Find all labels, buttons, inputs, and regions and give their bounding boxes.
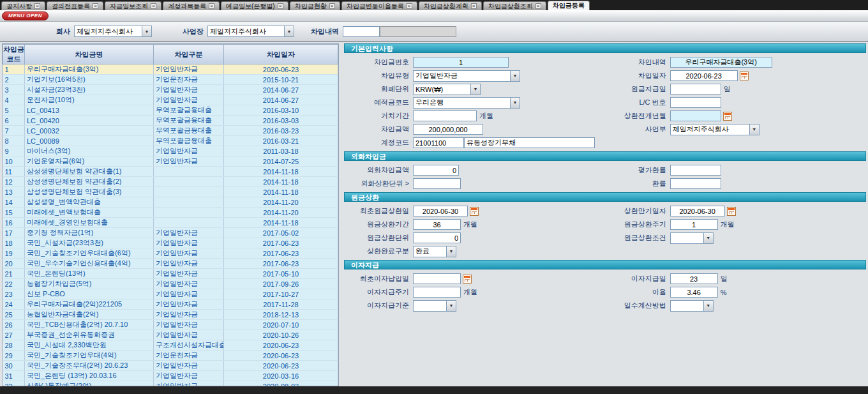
table-row[interactable]: 22농협장기차입금(5억)기업일반자금2017-09-26 xyxy=(3,279,338,289)
tab-차입금상환계획[interactable]: 차입금상환계획× xyxy=(419,1,482,10)
interest-basis-select[interactable]: ▼ xyxy=(413,300,456,312)
rollover-date-input[interactable] xyxy=(670,110,721,121)
close-icon[interactable]: × xyxy=(278,3,283,9)
table-row[interactable]: 10기업운영자금(6억)기업일반자금2014-07-25 xyxy=(3,156,338,167)
fc-unit-input[interactable] xyxy=(413,178,461,189)
loan-number-input[interactable] xyxy=(413,57,509,68)
calendar-icon[interactable] xyxy=(727,207,736,216)
interest-cycle-input[interactable] xyxy=(413,287,461,298)
calendar-icon[interactable] xyxy=(463,275,472,284)
table-row[interactable]: 29국민_기술창조기업우대(4억)기업운전자금2020-06-23 xyxy=(3,351,338,361)
table-row[interactable]: 23신보 P-CBO기업일반자금2017-10-27 xyxy=(3,289,338,299)
table-row[interactable]: 12삼성생명단체보험 약관대출(2)2014-11-18 xyxy=(3,177,338,187)
loan-desc-filter-input2[interactable] xyxy=(380,26,456,37)
lc-number-input[interactable] xyxy=(670,97,721,108)
tab-label: 차입금변동이율등록 xyxy=(347,2,404,11)
loan-amount-input[interactable] xyxy=(413,124,483,135)
close-icon[interactable]: × xyxy=(34,3,40,9)
currency-select[interactable]: KRW(₩) ▼ xyxy=(413,84,481,95)
daycount-select[interactable]: ▼ xyxy=(670,300,714,312)
first-interest-date-input[interactable] xyxy=(413,273,461,284)
calendar-icon[interactable] xyxy=(740,72,749,80)
table-row[interactable]: 4운전자금(10억)기업일반자금2014-06-27 xyxy=(3,95,338,105)
account-name-input[interactable] xyxy=(464,137,595,148)
table-row[interactable]: 9마이너스(3억)기업일반자금2011-03-18 xyxy=(3,146,338,156)
table-row[interactable]: 3시설자금(23억3천)기업일반자금2014-06-27 xyxy=(3,85,338,95)
table-row[interactable]: 30국민_기술창조우대(2억) 20.6.23기업일반자금2020-06-23 xyxy=(3,361,338,371)
table-row[interactable]: 24우리구매자금대출(2억)221205기업일반자금2017-11-28 xyxy=(3,299,338,310)
loan-type-select[interactable]: 기업일반자금 ▼ xyxy=(413,70,520,82)
fc-amount-input[interactable] xyxy=(413,165,459,176)
field-loan-date: 차입일자 xyxy=(595,69,866,82)
eval-rate-input[interactable] xyxy=(670,165,721,176)
close-icon[interactable]: × xyxy=(535,3,541,9)
tab-공지사항[interactable]: 공지사항× xyxy=(1,1,45,10)
principal-payday-input[interactable] xyxy=(670,84,721,95)
table-row[interactable]: 7LC_00032무역포괄금융대출2016-03-23 xyxy=(3,126,338,136)
table-row[interactable]: 18국민_시설자금(23억3천)기업일반자금2017-06-23 xyxy=(3,238,338,248)
tab-자금일보조회[interactable]: 자금일보조회× xyxy=(105,1,161,10)
repay-complete-select[interactable]: 완료 ▼ xyxy=(413,246,456,257)
table-row[interactable]: 28국민_시설대 2,330백만원구조개선시설자금대출2020-06-23 xyxy=(3,340,338,351)
table-row[interactable]: 6LC_00420무역포괄금융대출2016-03-03 xyxy=(3,116,338,126)
table-row[interactable]: 14삼성생명_변액약관대출2014-11-20 xyxy=(3,197,338,208)
tab-차입금변동이율등록[interactable]: 차입금변동이율등록× xyxy=(341,1,417,10)
tab-차입금등록[interactable]: 차입금등록 xyxy=(548,1,590,10)
close-icon[interactable]: × xyxy=(93,3,98,9)
principal-cycle-input[interactable] xyxy=(670,219,718,230)
table-row[interactable]: 25농협일반자금대출(2억)기업일반자금2018-12-13 xyxy=(3,310,338,320)
table-row[interactable]: 21국민_온렌딩(13억)기업일반자금2017-05-10 xyxy=(3,269,338,279)
table-row[interactable]: 5LC_00413무역포괄금융대출2016-03-10 xyxy=(3,105,338,116)
tab-결의전표등록[interactable]: 결의전표등록× xyxy=(47,1,103,10)
close-icon[interactable]: × xyxy=(151,3,156,9)
table-row[interactable]: 26국민_TCB신용대출(2억) 20.7.10기업일반자금2020-07-10 xyxy=(3,320,338,330)
tab-예금일보(은행별)[interactable]: 예금일보(은행별)× xyxy=(221,1,288,10)
table-row[interactable]: 15미래에셋_변액보험대출2014-11-20 xyxy=(3,208,338,218)
table-row[interactable]: 8LC_00089무역포괄금융대출2016-03-21 xyxy=(3,136,338,146)
close-icon[interactable]: × xyxy=(329,3,335,9)
tab-bar: 공지사항×결의전표등록×자금일보조회×계정과목등록×예금일보(은행별)×차입금현… xyxy=(0,0,868,10)
grace-period-input[interactable] xyxy=(413,110,477,121)
deposit-code-select[interactable]: 우리은행 ▼ xyxy=(413,97,520,109)
table-row[interactable]: 11삼성생명단체보험 약관대출(1)2014-11-18 xyxy=(3,167,338,177)
table-row[interactable]: 31국민_온렌딩 (13억) 20.03.16기업일반자금2020-03-16 xyxy=(3,371,338,381)
table-row[interactable]: 13삼성생명단체보험 약관대출(3)2014-11-18 xyxy=(3,187,338,197)
interest-payday-input[interactable] xyxy=(670,273,718,284)
table-row[interactable]: 20국민_우수기술기업신용대출(4억)기업일반자금2017-06-23 xyxy=(3,259,338,269)
table-row[interactable]: 16미래에셋_경영인보험대출2014-11-18 xyxy=(3,218,338,228)
table-row[interactable]: 27부국증권_선순위유동화증권기업일반자금2020-10-26 xyxy=(3,330,338,340)
maturity-date-input[interactable] xyxy=(670,206,725,216)
tab-계정과목등록[interactable]: 계정과목등록× xyxy=(163,1,220,10)
cell: 기업일반자금 xyxy=(154,248,224,259)
loan-desc-input[interactable] xyxy=(670,57,772,68)
principal-period-input[interactable] xyxy=(413,219,461,230)
table-row[interactable]: 2기업기보(16억5천)기업운전자금2015-10-21 xyxy=(3,75,338,85)
division-select[interactable]: 제일저지주식회사 ▼ xyxy=(670,124,760,135)
table-row[interactable]: 32신한(-)통장예금(2억)기업일반자금2020-08-03 xyxy=(3,381,338,387)
principal-condition-select[interactable]: ▼ xyxy=(670,232,714,244)
tab-차입금현황[interactable]: 차입금현황× xyxy=(290,1,340,10)
loan-type-label: 차입유형 xyxy=(344,71,413,80)
company-select[interactable]: 제일저지주식회사 ▼ xyxy=(74,26,152,37)
account-code-input[interactable] xyxy=(413,137,464,148)
cell: 2017-05-02 xyxy=(224,228,338,238)
table-row[interactable]: 17중기청 정책자금(1억)기업일반자금2017-05-02 xyxy=(3,228,338,238)
tab-차입금상환조회[interactable]: 차입금상환조회× xyxy=(483,1,546,10)
close-icon[interactable]: × xyxy=(209,3,214,9)
exchange-rate-input[interactable] xyxy=(670,178,721,189)
site-select[interactable]: 제일저지주식회사 ▼ xyxy=(207,26,294,37)
first-principal-date-input[interactable] xyxy=(413,206,468,216)
table-row[interactable]: 1우리구매자금대출(3억)기업일반자금2020-06-23 xyxy=(3,64,338,75)
field-account-code: 계정코드 xyxy=(344,136,595,149)
principal-unit-input[interactable] xyxy=(413,232,461,243)
loan-desc-filter-input[interactable] xyxy=(343,26,380,37)
table-row[interactable]: 19국민_기술창조기업우대대출(6억)기업일반자금2017-06-23 xyxy=(3,248,338,259)
interest-rate-input[interactable] xyxy=(670,287,718,298)
loan-date-input[interactable] xyxy=(670,70,738,81)
cell: 2016-03-10 xyxy=(224,105,338,116)
close-icon[interactable]: × xyxy=(407,3,412,9)
close-icon[interactable]: × xyxy=(471,3,477,9)
calendar-icon[interactable] xyxy=(723,112,732,121)
menu-open-button[interactable]: MENU OPEN xyxy=(2,11,49,20)
calendar-icon[interactable] xyxy=(470,207,479,216)
